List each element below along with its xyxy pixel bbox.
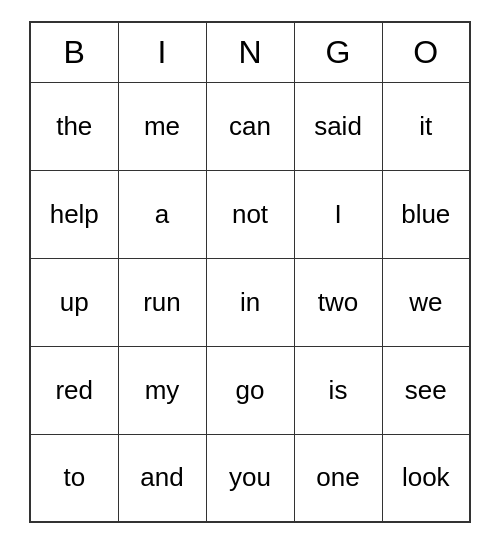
header-cell-b: B: [30, 22, 118, 82]
cell-r4-c2: you: [206, 434, 294, 522]
bingo-card: BINGO themecansaidithelpanotIblueuprunin…: [29, 21, 471, 523]
cell-r2-c2: in: [206, 258, 294, 346]
cell-r0-c4: it: [382, 82, 470, 170]
cell-r3-c0: red: [30, 346, 118, 434]
cell-r1-c1: a: [118, 170, 206, 258]
cell-r4-c0: to: [30, 434, 118, 522]
cell-r3-c2: go: [206, 346, 294, 434]
cell-r3-c4: see: [382, 346, 470, 434]
table-row: redmygoissee: [30, 346, 470, 434]
header-cell-o: O: [382, 22, 470, 82]
cell-r4-c3: one: [294, 434, 382, 522]
cell-r2-c1: run: [118, 258, 206, 346]
cell-r0-c2: can: [206, 82, 294, 170]
cell-r2-c4: we: [382, 258, 470, 346]
cell-r0-c1: me: [118, 82, 206, 170]
cell-r1-c0: help: [30, 170, 118, 258]
table-row: helpanotIblue: [30, 170, 470, 258]
header-cell-g: G: [294, 22, 382, 82]
header-cell-n: N: [206, 22, 294, 82]
cell-r2-c3: two: [294, 258, 382, 346]
cell-r0-c3: said: [294, 82, 382, 170]
cell-r1-c4: blue: [382, 170, 470, 258]
table-row: toandyouonelook: [30, 434, 470, 522]
header-cell-i: I: [118, 22, 206, 82]
cell-r3-c1: my: [118, 346, 206, 434]
cell-r4-c4: look: [382, 434, 470, 522]
cell-r1-c3: I: [294, 170, 382, 258]
cell-r4-c1: and: [118, 434, 206, 522]
table-row: themecansaidit: [30, 82, 470, 170]
bingo-table: BINGO themecansaidithelpanotIblueuprunin…: [29, 21, 471, 523]
table-row: uprunintwowe: [30, 258, 470, 346]
header-row: BINGO: [30, 22, 470, 82]
cell-r3-c3: is: [294, 346, 382, 434]
cell-r2-c0: up: [30, 258, 118, 346]
cell-r0-c0: the: [30, 82, 118, 170]
cell-r1-c2: not: [206, 170, 294, 258]
